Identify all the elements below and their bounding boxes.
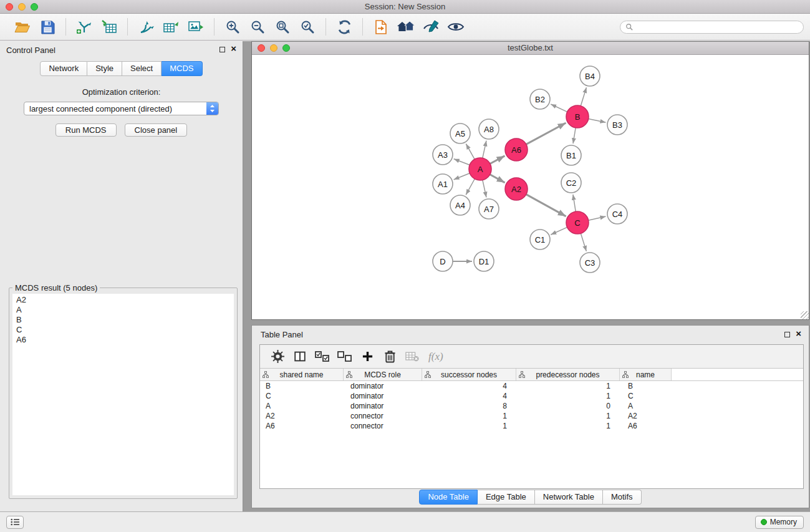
export-network-button[interactable] bbox=[136, 17, 156, 37]
toolbar-separator bbox=[214, 18, 215, 36]
mcds-result-item[interactable]: A bbox=[12, 305, 234, 315]
export-table-button[interactable] bbox=[161, 17, 181, 37]
home-button[interactable] bbox=[396, 17, 416, 37]
tab-style[interactable]: Style bbox=[87, 61, 122, 76]
tab-network[interactable]: Network bbox=[40, 61, 87, 76]
float-table-panel-icon[interactable] bbox=[784, 332, 790, 337]
graphics-details-button[interactable] bbox=[421, 17, 441, 37]
mcds-result-list[interactable]: A2ABCA6 bbox=[12, 294, 234, 495]
import-table-button[interactable] bbox=[99, 17, 119, 37]
minimize-network-window-button[interactable] bbox=[270, 44, 277, 52]
graph-edge-A-A5[interactable] bbox=[466, 144, 475, 160]
deselect-all-button[interactable] bbox=[335, 348, 354, 365]
run-mcds-button[interactable]: Run MCDS bbox=[55, 123, 117, 137]
graph-edge-A-A1[interactable] bbox=[454, 173, 470, 180]
column-header-mcds-role[interactable]: MCDS role bbox=[344, 369, 422, 380]
table-row[interactable]: A6connector11A6 bbox=[260, 421, 803, 431]
graph-edge-B-B4[interactable] bbox=[581, 87, 586, 106]
open-file-button[interactable] bbox=[12, 17, 32, 37]
tab-node-table[interactable]: Node Table bbox=[419, 490, 478, 505]
float-panel-icon[interactable] bbox=[219, 47, 225, 52]
graph-edge-C-C1[interactable] bbox=[551, 227, 567, 235]
graph-edge-A-A8[interactable] bbox=[483, 141, 486, 158]
table-settings-button[interactable] bbox=[268, 348, 287, 365]
memory-button[interactable]: Memory bbox=[755, 516, 804, 529]
table-cell: C bbox=[620, 392, 672, 400]
optimization-criterion-select[interactable]: largest connected component (directed) bbox=[24, 102, 219, 115]
control-panel: Control Panel × Network Style Select MCD… bbox=[0, 41, 243, 511]
graph-edge-A-A6[interactable] bbox=[490, 156, 505, 164]
tab-edge-table[interactable]: Edge Table bbox=[478, 490, 535, 505]
close-network-window-button[interactable] bbox=[258, 44, 265, 52]
close-window-button[interactable] bbox=[6, 3, 13, 11]
zoom-in-icon bbox=[225, 19, 241, 35]
refresh-button[interactable] bbox=[334, 17, 354, 37]
graph-edge-A-A3[interactable] bbox=[454, 159, 470, 165]
zoom-out-button[interactable] bbox=[248, 17, 268, 37]
table-row[interactable]: A2connector11A2 bbox=[260, 411, 803, 421]
close-panel-button[interactable]: Close panel bbox=[125, 123, 188, 137]
zoom-selected-button[interactable] bbox=[297, 17, 317, 37]
open-session-file-button[interactable] bbox=[371, 17, 391, 37]
show-column-button[interactable] bbox=[291, 348, 309, 365]
window-titlebar: Session: New Session bbox=[0, 0, 810, 14]
column-type-icon bbox=[263, 371, 269, 380]
tab-motifs[interactable]: Motifs bbox=[603, 490, 642, 505]
graph-node-label-D1: D1 bbox=[479, 257, 489, 266]
tab-network-table[interactable]: Network Table bbox=[535, 490, 603, 505]
column-header-successor-nodes[interactable]: successor nodes bbox=[422, 369, 516, 380]
search-field[interactable] bbox=[620, 21, 804, 34]
tab-mcds[interactable]: MCDS bbox=[162, 61, 202, 76]
delete-column-button[interactable] bbox=[380, 348, 399, 365]
delete-table-button[interactable] bbox=[403, 348, 422, 365]
graph-edge-A-A7[interactable] bbox=[483, 180, 486, 198]
mcds-result-item[interactable]: C bbox=[12, 325, 234, 335]
table-row[interactable]: Bdominator41B bbox=[260, 381, 803, 391]
graph-edge-A-A2[interactable] bbox=[490, 175, 505, 183]
close-panel-icon[interactable]: × bbox=[231, 45, 236, 52]
graph-edge-C-C3[interactable] bbox=[581, 233, 586, 251]
mcds-result-item[interactable]: B bbox=[12, 315, 234, 325]
task-history-button[interactable] bbox=[6, 516, 24, 529]
function-builder-button[interactable]: f(x) bbox=[428, 351, 443, 363]
table-cell: B bbox=[620, 382, 672, 390]
table-row[interactable]: Cdominator41C bbox=[260, 391, 803, 401]
import-table-icon bbox=[101, 19, 117, 34]
add-row-button[interactable] bbox=[358, 348, 377, 365]
select-all-button[interactable] bbox=[313, 348, 332, 365]
mcds-result-item[interactable]: A2 bbox=[12, 295, 234, 305]
export-image-button[interactable] bbox=[186, 17, 206, 37]
import-network-button[interactable] bbox=[74, 17, 94, 37]
resize-grip[interactable] bbox=[801, 311, 809, 319]
graph-edge-C-C2[interactable] bbox=[573, 195, 576, 211]
network-canvas[interactable]: AA1A2A3A4A5A6A7A8BB1B2B3B4CC1C2C3C4DD1 bbox=[252, 56, 809, 319]
search-input[interactable] bbox=[636, 22, 798, 31]
column-label: MCDS role bbox=[364, 370, 401, 379]
graph-edge-A2-C[interactable] bbox=[526, 195, 566, 216]
show-hide-button[interactable] bbox=[446, 17, 466, 37]
table-row[interactable]: Adominator80A bbox=[260, 401, 803, 411]
close-table-panel-icon[interactable]: × bbox=[796, 330, 801, 337]
minimize-window-button[interactable] bbox=[18, 3, 26, 11]
tab-select[interactable]: Select bbox=[122, 61, 162, 76]
table-cell: 8 bbox=[422, 402, 516, 410]
column-header-predecessor-nodes[interactable]: predecessor nodes bbox=[516, 369, 620, 380]
zoom-network-window-button[interactable] bbox=[282, 44, 290, 52]
zoom-fit-button[interactable] bbox=[272, 17, 292, 37]
trash-icon bbox=[384, 350, 396, 363]
mcds-result-item[interactable]: A6 bbox=[12, 335, 234, 345]
graph-edge-B-B2[interactable] bbox=[551, 104, 567, 112]
save-session-button[interactable] bbox=[37, 17, 57, 37]
graph-edge-B-B1[interactable] bbox=[573, 128, 576, 143]
graph-edge-C-C4[interactable] bbox=[589, 216, 606, 220]
memory-label: Memory bbox=[770, 518, 797, 526]
zoom-in-button[interactable] bbox=[223, 17, 243, 37]
column-header-name[interactable]: name bbox=[620, 369, 672, 380]
graph-edge-B-B3[interactable] bbox=[589, 119, 606, 123]
graph-edge-A-A4[interactable] bbox=[466, 179, 475, 195]
graph-edge-A6-B[interactable] bbox=[526, 123, 566, 144]
graphics-details-icon bbox=[422, 19, 440, 34]
zoom-window-button[interactable] bbox=[31, 3, 38, 11]
column-header-shared-name[interactable]: shared name bbox=[260, 369, 344, 380]
network-desktop: testGlobe.txt AA1A2A3A4A5A6A7A8BB1B2B3B4… bbox=[243, 41, 810, 511]
